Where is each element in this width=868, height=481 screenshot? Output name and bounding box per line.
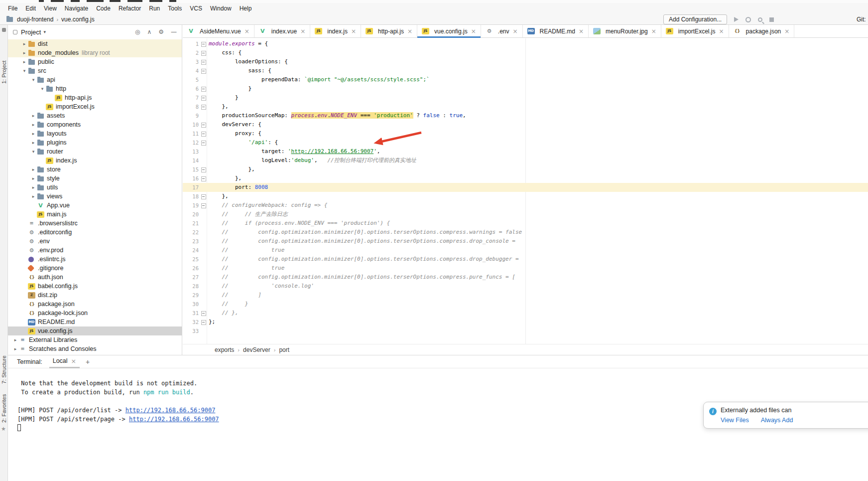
chevron-right-icon[interactable]: ▸ <box>30 194 37 199</box>
code-line-22[interactable]: 22 // config.optimization.minimizer[0].o… <box>183 228 868 237</box>
code-line-1[interactable]: 1module.exports = { <box>183 39 868 48</box>
close-icon[interactable]: × <box>300 28 305 35</box>
editor-tab-importexcel-js[interactable]: JSimportExcel.js× <box>661 25 729 37</box>
editor-tab-vue-config-js[interactable]: JSvue.config.js× <box>417 25 481 37</box>
tree-item-assets[interactable]: ▸assets <box>8 111 182 120</box>
menu-file[interactable]: File <box>4 4 21 13</box>
hide-panel-icon[interactable]: — <box>171 28 177 35</box>
code-editor[interactable]: 1module.exports = {2 css: {3 loaderOptio… <box>183 38 868 344</box>
tree-item-auth-json[interactable]: {}auth.json <box>8 273 182 282</box>
chevron-right-icon[interactable]: ▸ <box>30 113 37 118</box>
fold-marker-icon[interactable] <box>200 39 207 48</box>
chevron-right-icon[interactable]: ▸ <box>30 140 37 145</box>
tree-item-store[interactable]: ▸store <box>8 165 182 174</box>
chevron-down-icon[interactable]: ▾ <box>30 149 37 154</box>
fold-marker-icon[interactable] <box>200 201 207 210</box>
chevron-right-icon[interactable]: ▸ <box>30 176 37 181</box>
tree-item-scratches-and-consoles[interactable]: ▸≡Scratches and Consoles <box>8 344 182 353</box>
code-line-14[interactable]: 14 logLevel:'debug', //控制台终端打印代理前的真实地址 <box>183 156 868 165</box>
tree-item-main-js[interactable]: JSmain.js <box>8 210 182 219</box>
code-line-30[interactable]: 30 // } <box>183 300 868 309</box>
close-icon[interactable]: × <box>245 28 249 35</box>
close-icon[interactable]: × <box>71 357 76 365</box>
profiler-icon[interactable] <box>745 17 751 22</box>
chevron-right-icon[interactable]: ▸ <box>21 50 28 55</box>
tree-item-components[interactable]: ▸components <box>8 120 182 129</box>
editor-tab-menurouter-jpg[interactable]: menuRouter.jpg× <box>589 25 661 37</box>
code-line-33[interactable]: 33 <box>183 326 868 335</box>
code-line-11[interactable]: 11 proxy: { <box>183 129 868 138</box>
code-line-3[interactable]: 3 loaderOptions: { <box>183 57 868 66</box>
editor-tab-package-json[interactable]: {}package.json× <box>729 25 795 37</box>
code-line-10[interactable]: 10 devServer: { <box>183 120 868 129</box>
chevron-right-icon[interactable]: ▸ <box>30 167 37 172</box>
tree-item-package-lock-json[interactable]: {}package-lock.json <box>8 309 182 318</box>
notification-action-always-add[interactable]: Always Add <box>761 417 793 424</box>
tree-item-eslintrc-js[interactable]: .eslintrc.js <box>8 255 182 264</box>
editor-tab-asidemenu-vue[interactable]: VAsideMenu.vue× <box>183 25 254 37</box>
tree-item-router[interactable]: ▾router <box>8 147 182 156</box>
code-line-27[interactable]: 27 // config.optimization.minimizer[0].o… <box>183 273 868 282</box>
tree-item-dist[interactable]: ▸dist <box>8 39 182 48</box>
close-icon[interactable]: × <box>513 28 518 35</box>
code-line-17[interactable]: 17 port: 8008 <box>183 183 868 192</box>
menu-window[interactable]: Window <box>206 4 236 13</box>
code-line-13[interactable]: 13 target: 'http://192.168.66.56:9007', <box>183 147 868 156</box>
fold-marker-icon[interactable] <box>200 129 207 138</box>
tree-item-external-libraries[interactable]: ▸≡External Libraries <box>8 335 182 344</box>
tree-item-api[interactable]: ▾api <box>8 75 182 84</box>
tree-item-vue-config-js[interactable]: JSvue.config.js <box>8 326 182 335</box>
editor-tab-http-api-js[interactable]: JShttp-api.js× <box>361 25 417 37</box>
chevron-right-icon[interactable]: ▸ <box>30 122 37 127</box>
tree-item-gitignore[interactable]: .gitignore <box>8 264 182 273</box>
notification-action-view-files[interactable]: View Files <box>721 417 749 424</box>
tree-item-http-api-js[interactable]: JShttp-api.js <box>8 93 182 102</box>
close-icon[interactable]: × <box>579 28 584 35</box>
fold-marker-icon[interactable] <box>200 48 207 57</box>
editor-tab-index-vue[interactable]: Vindex.vue× <box>254 25 310 37</box>
code-line-8[interactable]: 8 }, <box>183 102 868 111</box>
editor-tab-readme-md[interactable]: MDREADME.md× <box>523 25 589 37</box>
tool-window-2-favorites-button[interactable]: 2: Favorites <box>1 394 7 423</box>
stop-icon[interactable] <box>769 17 774 22</box>
code-line-20[interactable]: 20 // // 生产去除日志 <box>183 210 868 219</box>
git-widget[interactable]: Git: <box>857 16 866 23</box>
menu-view[interactable]: View <box>40 4 61 13</box>
code-line-24[interactable]: 24 // true <box>183 246 868 255</box>
tree-item-node-modules[interactable]: ▸node_moduleslibrary root <box>8 48 182 57</box>
breadcrumb-item-devserver[interactable]: devServer <box>243 346 270 353</box>
code-line-15[interactable]: 15 }, <box>183 165 868 174</box>
editor-tab-env[interactable]: ⚙.env× <box>481 25 523 37</box>
tree-item-env-prod[interactable]: ⚙.env.prod <box>8 246 182 255</box>
tree-item-env[interactable]: ⚙.env <box>8 237 182 246</box>
add-configuration-button[interactable]: Add Configuration... <box>663 14 727 24</box>
code-line-21[interactable]: 21 // if (process.env.NODE_ENV === 'prod… <box>183 219 868 228</box>
settings-gear-icon[interactable]: ⚙ <box>158 28 164 35</box>
fold-marker-icon[interactable] <box>200 66 207 75</box>
code-line-31[interactable]: 31 // }, <box>183 309 868 318</box>
fold-marker-icon[interactable] <box>200 84 207 93</box>
code-line-7[interactable]: 7 } <box>183 93 868 102</box>
code-line-2[interactable]: 2 css: { <box>183 48 868 57</box>
breadcrumb-project[interactable]: duoji-frontend <box>17 16 53 23</box>
menu-edit[interactable]: Edit <box>21 4 40 13</box>
fold-marker-icon[interactable] <box>200 174 207 183</box>
editor-tab-index-js[interactable]: JSindex.js× <box>310 25 361 37</box>
code-line-18[interactable]: 18 }, <box>183 192 868 201</box>
fold-marker-icon[interactable] <box>200 165 207 174</box>
project-panel-title[interactable]: Project <box>21 28 41 36</box>
tree-item-style[interactable]: ▸style <box>8 174 182 183</box>
close-icon[interactable]: × <box>471 28 476 35</box>
locate-icon[interactable]: ◎ <box>135 28 140 35</box>
menu-run[interactable]: Run <box>145 4 164 13</box>
chevron-right-icon[interactable]: ▸ <box>12 337 19 342</box>
menu-refactor[interactable]: Refactor <box>115 4 145 13</box>
collapse-all-icon[interactable]: ∧ <box>147 28 151 35</box>
code-line-5[interactable]: 5 prependData: `@import "~@/assets/scss/… <box>183 75 868 84</box>
tree-item-index-js[interactable]: JSindex.js <box>8 156 182 165</box>
close-icon[interactable]: × <box>351 28 356 35</box>
breadcrumb-item-exports[interactable]: exports <box>215 346 234 353</box>
fold-marker-icon[interactable] <box>200 309 207 318</box>
chevron-right-icon[interactable]: ▸ <box>21 41 28 46</box>
chevron-right-icon[interactable]: ▸ <box>12 346 19 351</box>
